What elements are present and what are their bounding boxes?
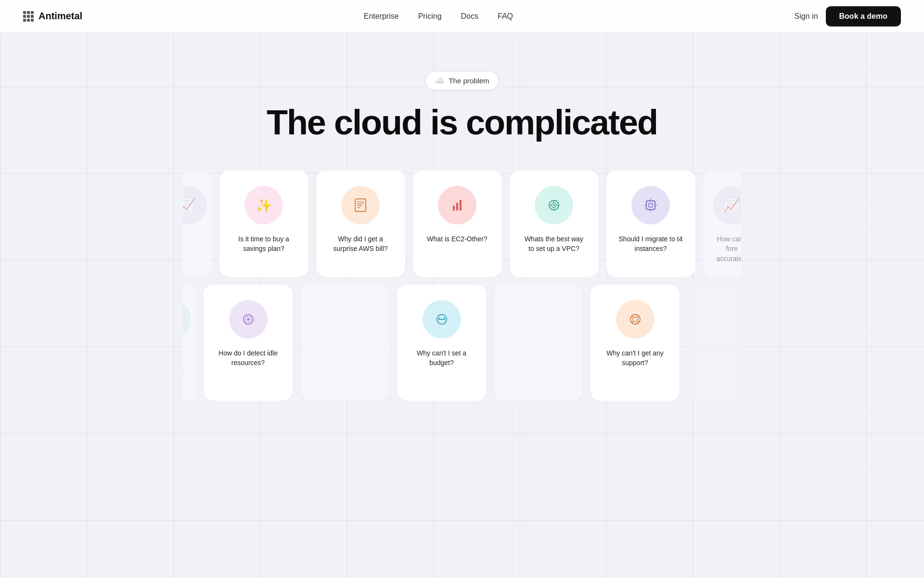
svg-point-23 [247, 318, 249, 321]
card-empty-2 [494, 285, 583, 401]
badge-cloud-icon: ☁️ [435, 76, 445, 86]
content-area: ☁️ The problem The cloud is complicated … [0, 33, 924, 408]
logo-text: Antimetal [38, 11, 82, 22]
nav-pricing[interactable]: Pricing [418, 12, 442, 20]
nav-links: Enterprise Pricing Docs FAQ [364, 12, 513, 21]
card-partial-right-1: 📈 How can I fore accurately [703, 171, 742, 277]
svg-point-28 [438, 319, 440, 320]
ec2-other-icon [438, 186, 476, 224]
badge-text: The problem [449, 77, 489, 85]
problem-badge: ☁️ The problem [425, 71, 498, 90]
vpc-icon [535, 186, 573, 224]
card-aws-bill[interactable]: Why did I get a surprise AWS bill? [316, 171, 405, 277]
nav-actions: Sign in Book a demo [795, 6, 901, 26]
svg-line-36 [637, 321, 639, 323]
aws-bill-icon [341, 186, 380, 224]
budget-icon [423, 300, 461, 339]
savings-plan-text: Is it time to buy a savings plan? [231, 234, 297, 254]
support-text: Why can't I get any support? [602, 348, 668, 368]
savings-plan-icon: ✨ [244, 186, 283, 224]
main-content: ☁️ The problem The cloud is complicated … [0, 0, 924, 578]
logo-icon [23, 11, 34, 22]
nav-faq[interactable]: FAQ [498, 12, 513, 20]
card-partial-right-2 [687, 285, 741, 401]
vpc-text: Whats the best way to set up a VPC? [521, 234, 587, 254]
svg-rect-0 [355, 199, 366, 211]
nav-enterprise[interactable]: Enterprise [364, 12, 399, 20]
card-partial-left-2: 🔄 y do I reduce transfer costs? [183, 285, 196, 401]
card-savings-plan[interactable]: ✨ Is it time to buy a savings plan? [219, 171, 308, 277]
card-idle-resources[interactable]: How do I detect idle resources? [204, 285, 293, 401]
svg-rect-6 [456, 203, 458, 210]
ec2-other-text: What is EC2-Other? [427, 234, 487, 244]
transfer-costs-icon: 🔄 [183, 300, 191, 339]
idle-resources-text: How do I detect idle resources? [215, 348, 281, 368]
svg-line-34 [637, 316, 639, 318]
support-icon [616, 300, 654, 339]
forecast-icon: 📈 [713, 186, 742, 224]
svg-point-32 [633, 317, 638, 322]
card-support[interactable]: Why can't I get any support? [590, 285, 680, 401]
svg-point-30 [443, 319, 445, 320]
svg-line-35 [631, 321, 633, 323]
card-vpc[interactable]: Whats the best way to set up a VPC? [510, 171, 599, 277]
svg-point-29 [441, 319, 442, 320]
book-demo-button[interactable]: Book a demo [826, 6, 901, 26]
card-icon: 📈 [183, 186, 207, 224]
logo[interactable]: Antimetal [23, 11, 82, 22]
forecast-text: How can I fore accurately [715, 234, 742, 263]
cards-row-1: 📈 ✨ Is it time to buy a savings plan? [183, 171, 741, 277]
card-t4-instances[interactable]: Should I migrate to t4 instances? [606, 171, 695, 277]
t4-instances-icon [631, 186, 670, 224]
card-ec2-other[interactable]: What is EC2-Other? [413, 171, 502, 277]
budget-text: Why can't I set a budget? [409, 348, 475, 368]
t4-instances-text: Should I migrate to t4 instances? [618, 234, 684, 254]
transfer-costs-text: y do I reduce transfer costs? [183, 348, 184, 387]
card-partial-left-1: 📈 [183, 171, 212, 277]
svg-rect-15 [646, 201, 655, 210]
navbar: Antimetal Enterprise Pricing Docs FAQ Si… [0, 0, 924, 33]
idle-resources-icon [229, 300, 268, 339]
sign-in-button[interactable]: Sign in [795, 12, 818, 21]
svg-rect-7 [460, 200, 462, 210]
hero-heading: The cloud is complicated [267, 104, 657, 142]
nav-docs[interactable]: Docs [461, 12, 478, 20]
svg-rect-16 [649, 203, 653, 207]
cards-row-2: 🔄 y do I reduce transfer costs? How do I… [183, 285, 741, 401]
svg-line-33 [631, 316, 633, 318]
card-empty-1 [300, 285, 389, 401]
card-budget[interactable]: Why can't I set a budget? [397, 285, 486, 401]
cards-section: 📈 ✨ Is it time to buy a savings plan? [173, 171, 751, 408]
aws-bill-text: Why did I get a surprise AWS bill? [328, 234, 394, 254]
svg-point-10 [553, 204, 555, 206]
svg-rect-5 [453, 206, 455, 210]
